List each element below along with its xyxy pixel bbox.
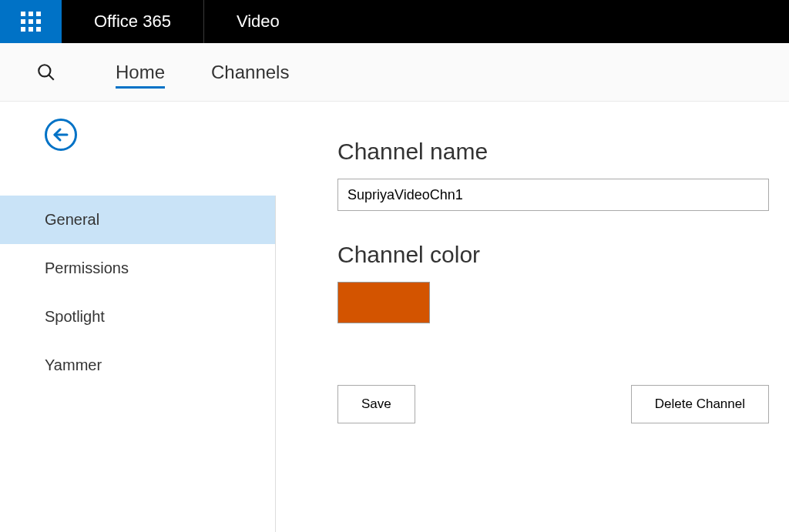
navbar: Home Channels	[0, 43, 789, 102]
sidebar-item-general[interactable]: General	[0, 196, 275, 244]
channel-color-label: Channel color	[337, 242, 789, 268]
content-area: General Permissions Spotlight Yammer Cha…	[0, 102, 789, 532]
channel-color-swatch[interactable]	[337, 282, 430, 323]
svg-point-0	[39, 65, 50, 76]
button-row: Save Delete Channel	[337, 385, 769, 423]
waffle-icon	[21, 12, 41, 32]
search-button[interactable]	[0, 43, 92, 101]
topbar: Office 365 Video	[0, 0, 789, 43]
delete-channel-button[interactable]: Delete Channel	[631, 385, 769, 423]
nav-channels[interactable]: Channels	[188, 43, 312, 101]
app-launcher-button[interactable]	[0, 0, 62, 43]
sidebar-item-spotlight[interactable]: Spotlight	[0, 293, 275, 341]
arrow-left-icon	[52, 125, 70, 144]
sidebar-item-permissions[interactable]: Permissions	[0, 244, 275, 293]
sidebar: General Permissions Spotlight Yammer	[0, 196, 276, 532]
save-button[interactable]: Save	[337, 385, 415, 423]
suite-brand[interactable]: Office 365	[62, 0, 204, 43]
search-icon	[36, 62, 56, 82]
main-pane: Channel name Channel color Save Delete C…	[276, 102, 789, 532]
sidebar-item-yammer[interactable]: Yammer	[0, 341, 275, 390]
nav-home[interactable]: Home	[92, 43, 188, 101]
app-name: Video	[204, 0, 312, 43]
svg-line-1	[49, 75, 54, 80]
left-pane: General Permissions Spotlight Yammer	[0, 102, 276, 532]
channel-name-label: Channel name	[337, 139, 789, 165]
back-button[interactable]	[45, 119, 77, 151]
channel-name-input[interactable]	[337, 179, 769, 211]
